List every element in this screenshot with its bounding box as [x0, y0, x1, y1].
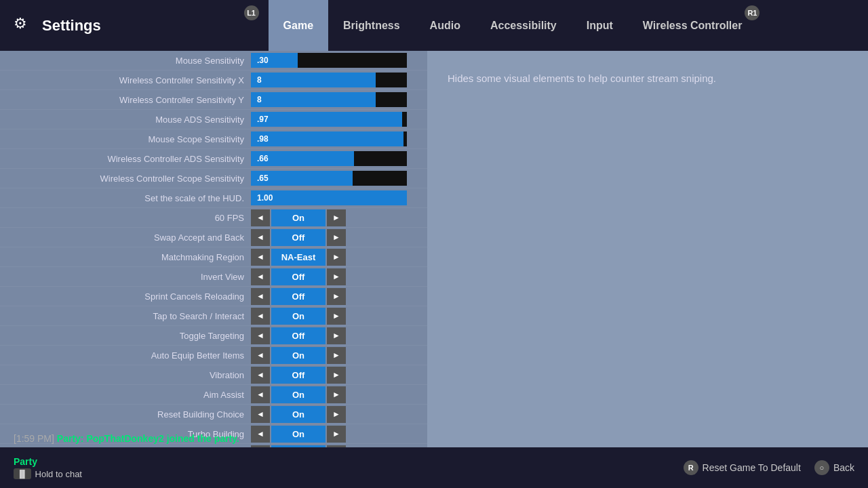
toggle-right-reset-building[interactable]: ►	[327, 406, 346, 423]
nav-tabs: L1 Game Brightness Audio Accessibility I…	[149, 0, 854, 51]
label-wc-ads: Wireless Controller ADS Sensitivity	[0, 154, 251, 164]
app-title: Settings	[42, 17, 101, 35]
toggle-right-sprint-cancel[interactable]: ►	[327, 288, 346, 305]
toggle-left-60fps[interactable]: ◄	[251, 209, 270, 226]
label-mouse-sensitivity: Mouse Sensitivity	[0, 56, 251, 66]
toggle-right-auto-equip[interactable]: ►	[327, 347, 346, 364]
toggle-val-swap-accept: Off	[271, 229, 326, 246]
back-label: Back	[833, 462, 854, 473]
label-toggle-targeting: Toggle Targeting	[0, 331, 251, 341]
row-wc-ads: Wireless Controller ADS Sensitivity .66	[0, 149, 427, 169]
toggle-auto-equip: ◄ On ►	[251, 347, 346, 364]
tab-audio-label: Audio	[430, 20, 460, 32]
tab-audio[interactable]: Audio	[415, 0, 475, 51]
row-wcs-x: Wireless Controller Sensitivity X 8	[0, 70, 427, 90]
toggle-left-vibration[interactable]: ◄	[251, 367, 270, 384]
ctrl-mouse-ads[interactable]: .97	[251, 112, 427, 127]
slider-val-wcs-y: 8	[254, 95, 264, 104]
toggle-val-vibration: Off	[271, 367, 326, 384]
toggle-right-aim-assist[interactable]: ►	[327, 386, 346, 403]
slider-val-mouse-ads: .97	[254, 115, 271, 124]
ctrl-hud-scale[interactable]: 1.00	[251, 190, 427, 205]
row-wc-scope: Wireless Controller Scope Sensitivity .6…	[0, 169, 427, 188]
toggle-right-60fps[interactable]: ►	[327, 209, 346, 226]
chat-text: Party: PopThatDonkey2 joined the party.	[57, 433, 239, 444]
toggle-right-vibration[interactable]: ►	[327, 367, 346, 384]
toggle-left-sprint-cancel[interactable]: ◄	[251, 288, 270, 305]
slider-mouse-sensitivity[interactable]: .30	[251, 53, 407, 68]
label-wcs-x: Wireless Controller Sensitivity X	[0, 75, 251, 85]
ctrl-wc-scope[interactable]: .65	[251, 171, 427, 186]
toggle-val-sprint-cancel: Off	[271, 288, 326, 305]
toggle-val-matchmaking: NA-East	[271, 249, 326, 266]
ctrl-wc-ads[interactable]: .66	[251, 151, 427, 166]
tab-brightness[interactable]: Brightness	[328, 0, 415, 51]
back-button[interactable]: ○ Back	[814, 460, 854, 475]
slider-val-mouse-sensitivity: .30	[254, 56, 271, 65]
slider-wc-ads[interactable]: .66	[251, 151, 407, 166]
slider-mouse-scope[interactable]: .98	[251, 131, 407, 146]
label-mouse-ads: Mouse ADS Sensitivity	[0, 115, 251, 125]
toggle-left-matchmaking[interactable]: ◄	[251, 249, 270, 266]
chat-timestamp: [1:59 PM]	[14, 433, 54, 444]
toggle-invert-view: ◄ Off ►	[251, 268, 346, 285]
toggle-right-swap-accept[interactable]: ►	[327, 229, 346, 246]
ctrl-wcs-x[interactable]: 8	[251, 73, 427, 87]
row-mouse-ads: Mouse ADS Sensitivity .97	[0, 110, 427, 129]
toggle-left-auto-equip[interactable]: ◄	[251, 347, 270, 364]
tab-input[interactable]: Input	[572, 0, 628, 51]
ctrl-mouse-scope[interactable]: .98	[251, 131, 427, 146]
toggle-left-turbo-building[interactable]: ◄	[251, 426, 270, 443]
toggle-left-aim-assist[interactable]: ◄	[251, 386, 270, 403]
toggle-left-swap-accept[interactable]: ◄	[251, 229, 270, 246]
tab-brightness-label: Brightness	[343, 20, 400, 32]
slider-wc-scope[interactable]: .65	[251, 171, 407, 186]
ctrl-wcs-y[interactable]: 8	[251, 92, 427, 107]
nav-badge-l1: L1	[241, 0, 269, 51]
toggle-right-toggle-targeting[interactable]: ►	[327, 327, 346, 344]
toggle-left-tap-search[interactable]: ◄	[251, 308, 270, 325]
tab-game[interactable]: Game	[269, 0, 328, 51]
label-matchmaking: Matchmaking Region	[0, 252, 251, 262]
tab-wireless-label: Wireless Controller	[643, 20, 743, 32]
slider-fill-wc-ads: .66	[251, 151, 354, 166]
reset-badge: R	[684, 460, 698, 475]
toggle-left-invert-view[interactable]: ◄	[251, 268, 270, 285]
toggle-val-aim-assist: On	[271, 386, 326, 403]
slider-wcs-y[interactable]: 8	[251, 92, 407, 107]
toggle-vibration: ◄ Off ►	[251, 367, 346, 384]
row-toggle-targeting: Toggle Targeting ◄ Off ►	[0, 326, 427, 346]
toggle-right-tap-search[interactable]: ►	[327, 308, 346, 325]
slider-mouse-ads[interactable]: .97	[251, 112, 407, 127]
label-auto-equip: Auto Equip Better Items	[0, 350, 251, 361]
reset-default-button[interactable]: R Reset Game To Default	[684, 460, 801, 475]
main-content: Mouse Sensitivity .30 Wireless Controlle…	[0, 51, 868, 447]
label-hud-scale: Set the scale of the HUD.	[0, 193, 251, 203]
ctrl-aim-assist: ◄ On ►	[251, 386, 427, 403]
ctrl-reset-building: ◄ On ►	[251, 406, 427, 423]
toggle-right-turbo-building[interactable]: ►	[327, 426, 346, 443]
ctrl-auto-equip: ◄ On ►	[251, 347, 427, 364]
ctrl-mouse-sensitivity[interactable]: .30	[251, 53, 427, 68]
toggle-left-toggle-targeting[interactable]: ◄	[251, 327, 270, 344]
back-badge: ○	[814, 460, 829, 475]
slider-wcs-x[interactable]: 8	[251, 73, 407, 87]
row-swap-accept: Swap Accept and Back ◄ Off ►	[0, 228, 427, 247]
label-60fps: 60 FPS	[0, 213, 251, 223]
row-mouse-sensitivity: Mouse Sensitivity .30	[0, 51, 427, 70]
toggle-right-matchmaking[interactable]: ►	[327, 249, 346, 266]
slider-hud-scale[interactable]: 1.00	[251, 190, 407, 205]
ctrl-turbo-building: ◄ On ►	[251, 426, 427, 443]
label-invert-view: Invert View	[0, 272, 251, 282]
slider-fill-mouse-scope: .98	[251, 131, 403, 146]
tab-wireless[interactable]: Wireless Controller R1	[628, 0, 763, 51]
toggle-right-invert-view[interactable]: ►	[327, 268, 346, 285]
tab-accessibility[interactable]: Accessibility	[475, 0, 572, 51]
ctrl-toggle-targeting: ◄ Off ►	[251, 327, 427, 344]
l1-badge: L1	[244, 5, 259, 20]
slider-fill-mouse-sensitivity: .30	[251, 53, 298, 68]
toggle-left-reset-building[interactable]: ◄	[251, 406, 270, 423]
row-60fps: 60 FPS ◄ On ►	[0, 208, 427, 228]
toggle-toggle-targeting: ◄ Off ►	[251, 327, 346, 344]
header: ⚙ Settings L1 Game Brightness Audio Acce…	[0, 0, 868, 51]
